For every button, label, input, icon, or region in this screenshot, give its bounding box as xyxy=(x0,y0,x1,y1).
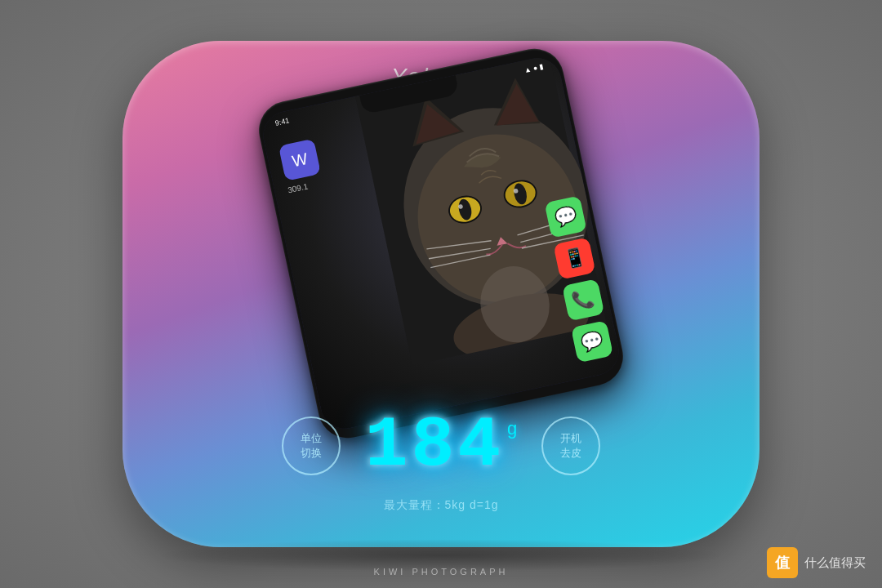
status-icons: ▲ ● ▮ xyxy=(523,62,545,74)
app-icon-word: W xyxy=(278,139,321,181)
power-tare-button[interactable]: 开机 去皮 xyxy=(541,416,600,475)
status-time: 9:41 xyxy=(274,116,290,127)
app-icon-messages: 💬 xyxy=(571,320,613,363)
app-icon-sms: 💬 xyxy=(544,195,586,238)
phone: 9:41 ▲ ● ▮ W 309.1 💬 📱 📞 💬 xyxy=(253,43,628,443)
app-icon-phone: 📞 xyxy=(562,278,604,321)
phone-screen: 9:41 ▲ ● ▮ W 309.1 💬 📱 📞 💬 xyxy=(259,54,623,434)
app-icon-red: 📱 xyxy=(553,237,595,279)
phone-on-scale: 9:41 ▲ ● ▮ W 309.1 💬 📱 📞 💬 xyxy=(253,43,628,443)
max-capacity-text: 最大量程：5kg d=1g xyxy=(384,498,499,513)
scale-device: Yolanda xyxy=(122,41,760,547)
weight-unit: g xyxy=(507,418,517,439)
led-display: 184 g xyxy=(365,410,518,482)
scale-body: Yolanda xyxy=(122,41,760,547)
photographer-watermark: KIWI PHOTOGRAPH xyxy=(374,567,509,577)
site-logo: 值 什么值得买 xyxy=(767,547,866,578)
unit-switch-button[interactable]: 单位 切换 xyxy=(282,416,341,475)
logo-text: 什么值得买 xyxy=(804,555,866,571)
logo-icon: 值 xyxy=(767,547,798,578)
weight-value: 184 xyxy=(365,410,504,482)
display-area: 单位 切换 184 g 开机 去皮 xyxy=(237,410,645,482)
